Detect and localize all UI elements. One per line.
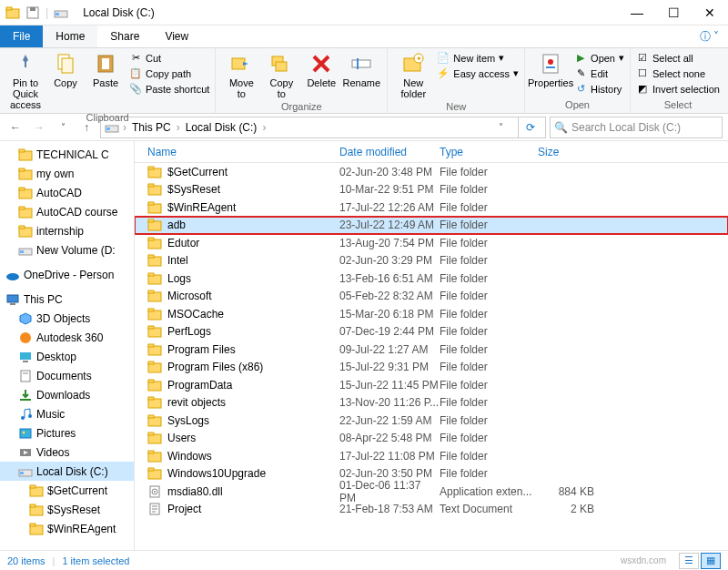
tree-node[interactable]: Pictures (0, 423, 134, 443)
svg-rect-92 (148, 468, 154, 471)
tree-node[interactable]: Documents (0, 366, 134, 385)
copy-icon (54, 52, 77, 76)
file-row[interactable]: $GetCurrent02-Jun-20 3:48 PMFile folder (135, 163, 728, 181)
file-name: Windows (167, 450, 212, 463)
tab-home[interactable]: Home (43, 25, 97, 47)
tree-node[interactable]: Autodesk 360 (0, 328, 134, 347)
file-name: revit objects (167, 396, 226, 409)
properties-button[interactable]: Properties (531, 50, 571, 90)
tree-node[interactable]: internship (0, 221, 134, 240)
close-button[interactable]: ✕ (692, 0, 728, 25)
file-name: msdia80.dll (167, 485, 223, 498)
file-date: 13-Nov-20 11:26 P... (339, 396, 440, 409)
folder-icon (18, 205, 33, 219)
tree-node[interactable]: This PC (0, 290, 134, 309)
move-to-button[interactable]: Move to (221, 50, 261, 101)
tree-node[interactable]: AutoCAD (0, 183, 134, 202)
folder-icon (18, 148, 33, 162)
navigation-tree[interactable]: TECHNICAL Cmy ownAutoCADAutoCAD coursein… (0, 141, 135, 550)
maximize-button[interactable]: ☐ (655, 0, 692, 25)
file-row[interactable]: msdia80.dll01-Dec-06 11:37 PMApplication… (135, 483, 728, 501)
pin-quick-access-button[interactable]: Pin to Quick access (5, 50, 46, 112)
tree-node[interactable]: New Volume (D: (0, 240, 134, 260)
minimize-button[interactable]: — (619, 0, 655, 25)
file-row[interactable]: MSOCache15-Mar-20 6:18 PMFile folder (135, 305, 728, 323)
copy-path-button[interactable]: 📋Copy path (129, 66, 209, 81)
tree-node[interactable]: $GetCurrent (0, 481, 134, 500)
file-row[interactable]: ProgramData15-Jun-22 11:45 PMFile folder (135, 376, 728, 394)
new-item-button[interactable]: 📄New item ▾ (437, 50, 519, 66)
tree-node[interactable]: $SysReset (0, 500, 134, 519)
file-row[interactable]: SysLogs22-Jun-22 1:59 AMFile folder (135, 412, 728, 430)
folder-icon (29, 483, 44, 498)
col-size[interactable]: Size (538, 146, 602, 158)
tree-node[interactable]: TECHNICAL C (0, 145, 134, 164)
view-icons-button[interactable]: ▦ (701, 553, 721, 569)
col-name[interactable]: Name (135, 146, 339, 158)
tree-node[interactable]: Videos (0, 443, 134, 462)
group-select: ☑Select all ☐Select none ◩Invert selecti… (631, 48, 725, 113)
tree-node[interactable]: Local Disk (C:) (0, 462, 134, 481)
tree-node[interactable]: my own (0, 164, 134, 183)
watermark: wsxdn.com (621, 555, 666, 565)
item-count: 20 items (7, 555, 46, 566)
file-row[interactable]: Program Files09-Jul-22 1:27 AMFile folde… (135, 341, 728, 359)
tab-view[interactable]: View (152, 25, 201, 47)
file-row[interactable]: $WinREAgent17-Jul-22 12:26 AMFile folder (135, 198, 728, 217)
file-row[interactable]: Edutor13-Aug-20 7:54 PMFile folder (135, 234, 728, 252)
col-date[interactable]: Date modified (339, 146, 440, 158)
column-headers[interactable]: Name Date modified Type Size (135, 141, 728, 163)
paste-shortcut-button[interactable]: 📎Paste shortcut (129, 81, 209, 97)
file-row[interactable]: Microsoft05-Feb-22 8:32 AMFile folder (135, 288, 728, 306)
delete-button[interactable]: Delete (301, 50, 341, 90)
file-row[interactable]: revit objects13-Nov-20 11:26 P...File fo… (135, 394, 728, 412)
open-button[interactable]: ▶Open ▾ (574, 50, 624, 66)
file-row[interactable]: PerfLogs07-Dec-19 2:44 PMFile folder (135, 323, 728, 341)
file-row[interactable]: Users08-Apr-22 5:48 PMFile folder (135, 430, 728, 448)
ribbon-help[interactable]: ⓘ ˅ (691, 25, 728, 47)
view-details-button[interactable]: ☰ (679, 553, 699, 569)
tree-node[interactable]: Desktop (0, 347, 134, 366)
file-row[interactable]: Intel02-Jun-20 3:29 PMFile folder (135, 252, 728, 270)
easy-access-button[interactable]: ⚡Easy access ▾ (437, 66, 519, 81)
tree-node[interactable]: OneDrive - Person (0, 265, 134, 284)
search-box[interactable]: 🔍 Search Local Disk (C:) (550, 117, 723, 138)
copy-to-button[interactable]: Copy to (261, 50, 301, 101)
file-date: 15-Mar-20 6:18 PM (339, 308, 440, 321)
tree-node[interactable]: 3D Objects (0, 309, 134, 328)
file-row[interactable]: Program Files (x86)15-Jul-22 9:31 PMFile… (135, 359, 728, 377)
copy-button[interactable]: Copy (46, 50, 86, 90)
folder-icon (147, 378, 162, 392)
file-row[interactable]: Logs13-Feb-16 6:51 AMFile folder (135, 270, 728, 288)
tree-label: 3D Objects (36, 312, 90, 325)
select-none-button[interactable]: ☐Select none (636, 66, 720, 81)
refresh-button[interactable]: ⟳ (518, 117, 541, 137)
qat-save-icon[interactable] (25, 5, 40, 20)
col-type[interactable]: Type (440, 146, 538, 158)
tree-node[interactable]: AutoCAD course (0, 202, 134, 221)
file-date: 17-Jul-22 12:26 AM (339, 201, 440, 214)
svg-rect-5 (56, 13, 59, 15)
file-type: File folder (440, 432, 538, 444)
rename-button[interactable]: Rename (341, 50, 381, 90)
file-row[interactable]: $SysReset10-Mar-22 9:51 PMFile folder (135, 181, 728, 199)
file-date: 21-Feb-18 7:53 AM (339, 503, 440, 515)
tree-node[interactable]: Downloads (0, 385, 134, 404)
file-row[interactable]: Project21-Feb-18 7:53 AMText Document2 K… (135, 501, 728, 519)
file-row[interactable]: adb23-Jul-22 12:49 AMFile folder (135, 217, 728, 235)
file-menu[interactable]: File (0, 25, 43, 47)
paste-button[interactable]: Paste (86, 50, 126, 90)
tree-node[interactable]: Music (0, 404, 134, 423)
edit-button[interactable]: ✎Edit (574, 66, 624, 81)
file-name: $SysReset (167, 183, 220, 196)
history-button[interactable]: ↺History (574, 81, 624, 97)
tree-node[interactable]: $WinREAgent (0, 519, 134, 538)
invert-selection-button[interactable]: ◩Invert selection (636, 81, 720, 97)
cut-button[interactable]: ✂Cut (129, 50, 209, 66)
file-row[interactable]: Windows17-Jul-22 11:08 PMFile folder (135, 447, 728, 465)
new-folder-button[interactable]: ✦New folder (393, 50, 433, 101)
address-dropdown[interactable]: ˅ (490, 117, 511, 137)
tab-share[interactable]: Share (97, 25, 152, 47)
select-all-button[interactable]: ☑Select all (636, 50, 720, 66)
tree-label: TECHNICAL C (36, 148, 109, 161)
